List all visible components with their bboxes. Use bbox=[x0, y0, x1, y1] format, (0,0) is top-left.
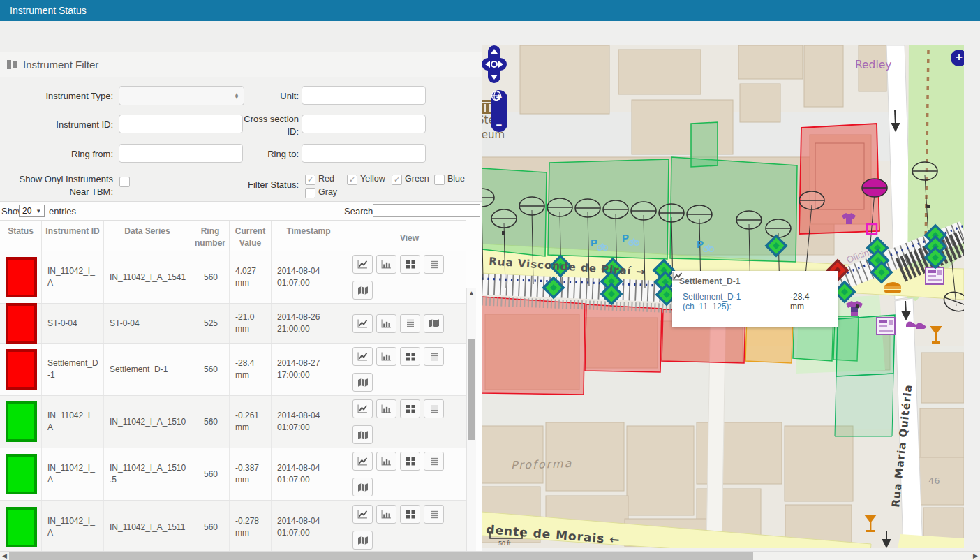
scroll-up-icon[interactable]: ▲ bbox=[467, 290, 476, 296]
map-zoom-control[interactable]: + − bbox=[491, 90, 507, 132]
line-chart-view-button[interactable] bbox=[352, 452, 373, 471]
col-status[interactable]: Status bbox=[0, 221, 42, 251]
ring-to-input[interactable] bbox=[302, 144, 426, 163]
grid-view-button[interactable] bbox=[400, 399, 420, 418]
cell-instrument-id: IN_11042_I_A bbox=[42, 501, 104, 554]
survey-marker[interactable] bbox=[912, 162, 937, 180]
scroll-left-icon[interactable]: ◀ bbox=[2, 552, 7, 560]
survey-marker[interactable] bbox=[659, 204, 684, 222]
zoom-out-button[interactable]: − bbox=[496, 120, 503, 130]
status-green-checkbox[interactable] bbox=[392, 175, 402, 185]
tooltip-series-link[interactable]: Settlement_D-1 (ch_11_125): bbox=[683, 292, 790, 311]
status-badge bbox=[6, 303, 37, 344]
status-badge bbox=[6, 257, 37, 297]
col-view[interactable]: View bbox=[346, 221, 466, 251]
cell-timestamp: 2014-08-04 01:07:00 bbox=[272, 448, 346, 500]
cell-data-series: IN_11042_I_A_1510.5 bbox=[104, 448, 191, 500]
cross-section-input[interactable] bbox=[302, 115, 426, 133]
filter-form: Instrument Type: ▴▾ Unit: Instrument ID:… bbox=[0, 77, 482, 201]
grid-view-button[interactable] bbox=[400, 505, 420, 524]
cell-instrument-id: Settlement_D-1 bbox=[42, 344, 104, 395]
col-instrument-id[interactable]: Instrument ID bbox=[42, 221, 104, 251]
app-header: Instrument Status bbox=[0, 0, 980, 21]
survey-marker[interactable] bbox=[766, 219, 791, 237]
line-chart-view-button[interactable] bbox=[352, 399, 373, 418]
unit-input[interactable] bbox=[302, 86, 426, 105]
bar-chart-view-button[interactable] bbox=[376, 314, 396, 333]
map-pan-control[interactable] bbox=[482, 45, 507, 83]
page-horizontal-scrollbar[interactable]: ◀ ▶ bbox=[0, 551, 980, 560]
col-data-series[interactable]: Data Series bbox=[104, 221, 191, 251]
line-chart-view-button[interactable] bbox=[352, 505, 373, 524]
survey-marker[interactable] bbox=[603, 200, 628, 219]
map-view-button[interactable] bbox=[352, 281, 373, 300]
survey-marker[interactable] bbox=[491, 209, 517, 228]
cell-data-series: IN_11042_I_A_1541 bbox=[104, 251, 191, 303]
line-chart-view-button[interactable] bbox=[352, 347, 373, 366]
tooltip-value: -28.4 mm bbox=[790, 292, 831, 311]
tbm-checkbox[interactable] bbox=[119, 177, 130, 187]
scroll-right-icon[interactable]: ▶ bbox=[973, 552, 978, 560]
survey-marker[interactable] bbox=[799, 191, 824, 209]
map-view-button[interactable] bbox=[352, 425, 373, 444]
cell-ring-number: 560 bbox=[191, 251, 230, 303]
cell-ring-number: 560 bbox=[191, 396, 230, 448]
status-yellow-checkbox[interactable] bbox=[347, 175, 357, 185]
status-gray-label: Gray bbox=[318, 187, 337, 197]
scale-label: 50 ft bbox=[498, 540, 511, 547]
scrollbar-thumb[interactable] bbox=[9, 552, 753, 560]
list-view-button[interactable] bbox=[400, 314, 420, 333]
table-header-row: Status Instrument ID Data Series Ring nu… bbox=[0, 220, 466, 251]
line-chart-view-button[interactable] bbox=[352, 314, 373, 333]
table-vertical-scrollbar[interactable]: ▲ bbox=[466, 288, 476, 560]
instrument-id-label: Instrument ID: bbox=[0, 119, 113, 130]
ring-to-label: Ring to: bbox=[230, 149, 299, 159]
bar-chart-view-button[interactable] bbox=[376, 347, 396, 366]
layer-expand-button[interactable]: + bbox=[951, 50, 964, 66]
bar-chart-view-button[interactable] bbox=[376, 505, 396, 524]
map-view-button[interactable] bbox=[352, 531, 373, 550]
list-view-button[interactable] bbox=[424, 505, 444, 524]
status-blue-checkbox[interactable] bbox=[434, 175, 445, 185]
entries-select[interactable]: 20 ▼ bbox=[19, 205, 45, 217]
survey-marker[interactable] bbox=[547, 198, 572, 216]
cell-data-series: Settlement_D-1 bbox=[104, 344, 191, 395]
status-red-checkbox[interactable] bbox=[305, 175, 315, 185]
grid-view-button[interactable] bbox=[400, 452, 420, 471]
list-view-button[interactable] bbox=[424, 255, 444, 274]
col-ring-number[interactable]: Ring number bbox=[191, 221, 230, 251]
survey-marker[interactable] bbox=[519, 197, 544, 215]
cell-timestamp: 2014-08-27 17:00:00 bbox=[272, 344, 346, 395]
list-view-button[interactable] bbox=[424, 347, 444, 366]
map-view-button[interactable] bbox=[352, 373, 373, 392]
search-input[interactable] bbox=[373, 204, 480, 217]
status-gray-checkbox[interactable] bbox=[305, 188, 315, 198]
survey-marker[interactable] bbox=[631, 202, 656, 220]
col-current-value[interactable]: Current Value bbox=[230, 221, 272, 251]
bar-chart-view-button[interactable] bbox=[376, 399, 396, 418]
map-canvas[interactable]: Oficina bbox=[482, 45, 964, 548]
line-chart-view-button[interactable] bbox=[352, 255, 373, 274]
map-view-button[interactable] bbox=[352, 478, 373, 496]
instrument-type-select[interactable]: ▴▾ bbox=[119, 86, 244, 105]
instrument-id-input[interactable] bbox=[119, 115, 243, 133]
grid-view-button[interactable] bbox=[400, 347, 420, 366]
bar-chart-view-button[interactable] bbox=[376, 255, 396, 274]
globe-icon[interactable] bbox=[491, 90, 502, 101]
survey-marker[interactable] bbox=[736, 211, 762, 229]
col-timestamp[interactable]: Timestamp bbox=[272, 221, 346, 251]
list-view-button[interactable] bbox=[424, 452, 444, 471]
cell-view-buttons bbox=[346, 251, 466, 303]
cell-timestamp: 2014-08-26 21:00:00 bbox=[272, 304, 346, 343]
survey-marker[interactable] bbox=[862, 179, 887, 197]
grid-view-button[interactable] bbox=[400, 255, 420, 274]
ring-from-input[interactable] bbox=[119, 144, 243, 163]
table-row: Settlement_D-1 Settlement_D-1 560 -28.4 … bbox=[0, 344, 466, 396]
list-view-button[interactable] bbox=[424, 399, 444, 418]
survey-marker[interactable] bbox=[687, 205, 712, 223]
results-area: Show 20 ▼ entries Search: Status Instrum… bbox=[0, 201, 482, 552]
bar-chart-view-button[interactable] bbox=[376, 452, 396, 471]
scrollbar-thumb[interactable] bbox=[468, 339, 475, 440]
map-view-button[interactable] bbox=[424, 314, 444, 333]
survey-marker[interactable] bbox=[575, 199, 600, 217]
